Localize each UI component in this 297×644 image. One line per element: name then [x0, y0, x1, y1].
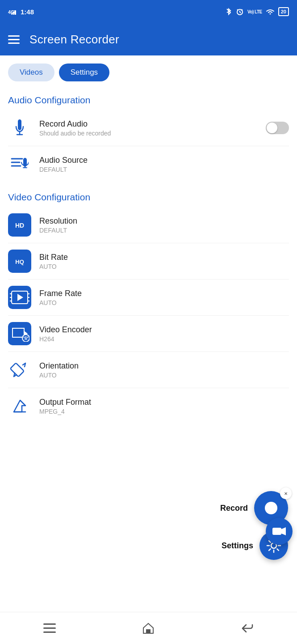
volte-icon: Vo) LTE: [247, 9, 262, 14]
svg-text:HQ: HQ: [15, 258, 24, 265]
output-format-row[interactable]: Output Format MPEG_4: [0, 388, 297, 424]
svg-rect-43: [43, 627, 56, 629]
audio-source-title: Audio Source: [39, 156, 289, 165]
wifi-icon: [266, 8, 275, 15]
alarm-icon: [236, 8, 244, 16]
audio-section-header: Audio Configuration: [0, 85, 297, 110]
nav-back-button[interactable]: [234, 615, 261, 642]
audio-source-subtitle: DEFAULT: [39, 166, 289, 173]
orientation-row[interactable]: Orientation AUTO: [0, 352, 297, 388]
status-bar: 4G 1:48 Vo) LTE: [0, 0, 297, 23]
audio-source-row[interactable]: Audio Source DEFAULT: [0, 146, 297, 182]
fab-container: Record × Settings: [220, 491, 288, 560]
svg-rect-42: [43, 623, 56, 625]
svg-line-35: [24, 337, 25, 338]
frame-rate-title: Frame Rate: [39, 289, 289, 298]
fab-settings-label: Settings: [222, 541, 253, 551]
frame-rate-text: Frame Rate AUTO: [39, 289, 289, 306]
output-format-subtitle: MPEG_4: [39, 408, 289, 415]
bit-rate-text: Bit Rate AUTO: [39, 253, 289, 270]
record-audio-text: Record Audio Should audio be recorded: [39, 119, 258, 137]
section-video: Video Configuration HD Resolution DEFAUL…: [0, 182, 297, 424]
resolution-row[interactable]: HD Resolution DEFAULT: [0, 207, 297, 243]
svg-rect-46: [146, 630, 150, 633]
fab-close-button[interactable]: ×: [280, 487, 292, 499]
battery-icon: 20: [278, 7, 289, 16]
svg-rect-44: [43, 631, 56, 633]
fab-record-inner: [265, 502, 277, 514]
svg-line-7: [237, 9, 238, 10]
status-left: 4G 1:48: [8, 7, 34, 17]
svg-line-6: [240, 12, 241, 13]
audio-source-icon-box: [8, 153, 31, 176]
bluetooth-icon: [225, 7, 232, 16]
frame-rate-subtitle: AUTO: [39, 299, 289, 306]
video-encoder-text: Video Encoder H264: [39, 325, 289, 343]
svg-marker-41: [281, 527, 286, 535]
signal-icon: 4G: [8, 7, 18, 17]
resolution-icon-box: HD: [8, 213, 31, 237]
bit-rate-icon-box: HQ: [8, 250, 31, 273]
svg-rect-1: [14, 10, 16, 15]
fab-camera-button[interactable]: [266, 518, 293, 545]
record-audio-toggle[interactable]: [266, 122, 289, 134]
resolution-title: Resolution: [39, 216, 289, 226]
orientation-text: Orientation AUTO: [39, 361, 289, 379]
svg-rect-37: [10, 363, 24, 377]
svg-text:HD: HD: [15, 222, 24, 229]
svg-line-36: [27, 337, 28, 338]
app-bar: Screen Recorder: [0, 23, 297, 55]
video-encoder-icon-box: [8, 322, 31, 345]
section-audio: Audio Configuration Record Audio Should …: [0, 85, 297, 182]
time-display: 1:48: [21, 8, 34, 16]
video-encoder-subtitle: H264: [39, 335, 289, 343]
menu-button[interactable]: [8, 35, 20, 44]
svg-line-8: [242, 9, 243, 10]
orientation-subtitle: AUTO: [39, 372, 289, 379]
nav-home-button[interactable]: [135, 615, 162, 642]
frame-rate-icon-box: [8, 286, 31, 309]
record-audio-row[interactable]: Record Audio Should audio be recorded: [0, 110, 297, 146]
status-right: Vo) LTE 20: [225, 7, 289, 16]
video-encoder-title: Video Encoder: [39, 325, 289, 335]
svg-rect-2: [13, 12, 14, 15]
nav-bar: [0, 612, 297, 644]
output-format-icon-box: [8, 394, 31, 418]
toggle-knob: [267, 123, 277, 133]
tab-videos[interactable]: Videos: [8, 64, 54, 81]
app-title: Screen Recorder: [29, 33, 119, 47]
bit-rate-row[interactable]: HQ Bit Rate AUTO: [0, 243, 297, 279]
frame-rate-row[interactable]: Frame Rate AUTO: [0, 280, 297, 315]
svg-rect-3: [11, 13, 12, 15]
orientation-icon-box: [8, 358, 31, 381]
record-audio-title: Record Audio: [39, 119, 258, 129]
video-section-header: Video Configuration: [0, 182, 297, 207]
nav-menu-button[interactable]: [36, 615, 63, 642]
video-encoder-row[interactable]: Video Encoder H264: [0, 316, 297, 352]
svg-rect-40: [272, 528, 281, 535]
bit-rate-subtitle: AUTO: [39, 263, 289, 270]
tabs-container: Videos Settings: [0, 55, 297, 85]
output-format-text: Output Format MPEG_4: [39, 398, 289, 415]
resolution-text: Resolution DEFAULT: [39, 216, 289, 234]
tab-settings[interactable]: Settings: [59, 64, 109, 81]
output-format-title: Output Format: [39, 398, 289, 407]
orientation-title: Orientation: [39, 361, 289, 371]
audio-source-text: Audio Source DEFAULT: [39, 156, 289, 173]
record-audio-icon-box: [8, 116, 31, 140]
fab-record-label: Record: [220, 504, 248, 513]
record-audio-subtitle: Should audio be recorded: [39, 130, 258, 137]
bit-rate-title: Bit Rate: [39, 253, 289, 262]
resolution-subtitle: DEFAULT: [39, 227, 289, 234]
